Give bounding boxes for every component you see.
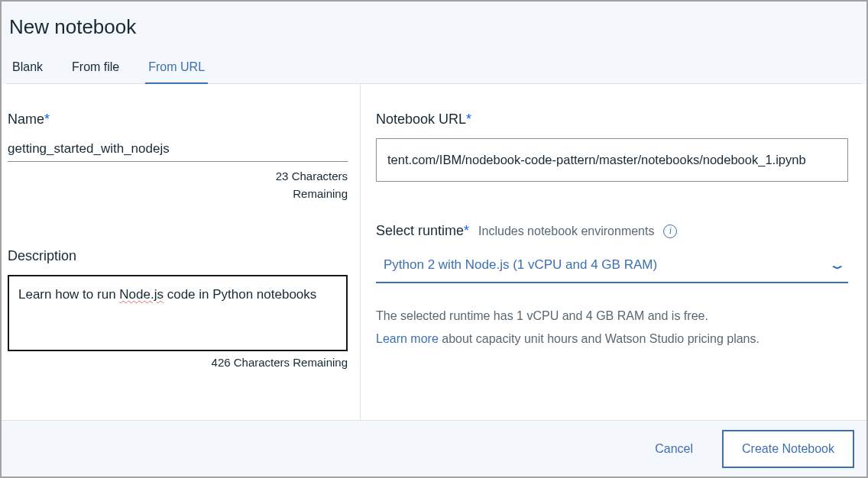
info-icon[interactable]: i [663, 224, 677, 238]
modal-body: Name* 23 Characters Remaining Descriptio… [2, 84, 866, 420]
chevron-down-icon: ⌄ [828, 259, 847, 272]
create-notebook-button[interactable]: Create Notebook [722, 430, 854, 468]
runtime-section: Select runtime* Includes notebook enviro… [376, 223, 848, 351]
tab-from-file[interactable]: From file [69, 53, 122, 83]
url-label: Notebook URL* [376, 111, 848, 128]
runtime-hint: Includes notebook environments [478, 224, 654, 238]
new-notebook-modal: New notebook Blank From file From URL Na… [0, 0, 868, 478]
cancel-button[interactable]: Cancel [649, 434, 699, 463]
left-column: Name* 23 Characters Remaining Descriptio… [2, 84, 361, 420]
modal-header: New notebook Blank From file From URL [2, 2, 866, 84]
name-input[interactable] [8, 138, 348, 162]
tab-from-url[interactable]: From URL [145, 53, 208, 83]
runtime-label: Select runtime* [376, 223, 469, 239]
description-label: Description [8, 248, 348, 264]
tab-blank[interactable]: Blank [9, 53, 46, 83]
learn-more-link[interactable]: Learn more [376, 332, 439, 345]
right-column: Notebook URL* Select runtime* Includes n… [361, 84, 866, 420]
runtime-description: The selected runtime has 1 vCPU and 4 GB… [376, 305, 848, 351]
modal-footer: Cancel Create Notebook [2, 420, 866, 476]
runtime-select[interactable]: Python 2 with Node.js (1 vCPU and 4 GB R… [376, 256, 848, 283]
runtime-select-value: Python 2 with Node.js (1 vCPU and 4 GB R… [384, 257, 657, 273]
modal-title: New notebook [6, 14, 862, 53]
source-tabs: Blank From file From URL [6, 53, 862, 84]
notebook-url-input[interactable] [376, 138, 848, 182]
description-input[interactable]: Learn how to run Node.js code in Python … [8, 275, 348, 351]
description-char-counter: 426 Characters Remaining [8, 356, 348, 369]
name-label: Name* [8, 111, 348, 128]
name-char-counter: 23 Characters Remaining [8, 168, 348, 202]
